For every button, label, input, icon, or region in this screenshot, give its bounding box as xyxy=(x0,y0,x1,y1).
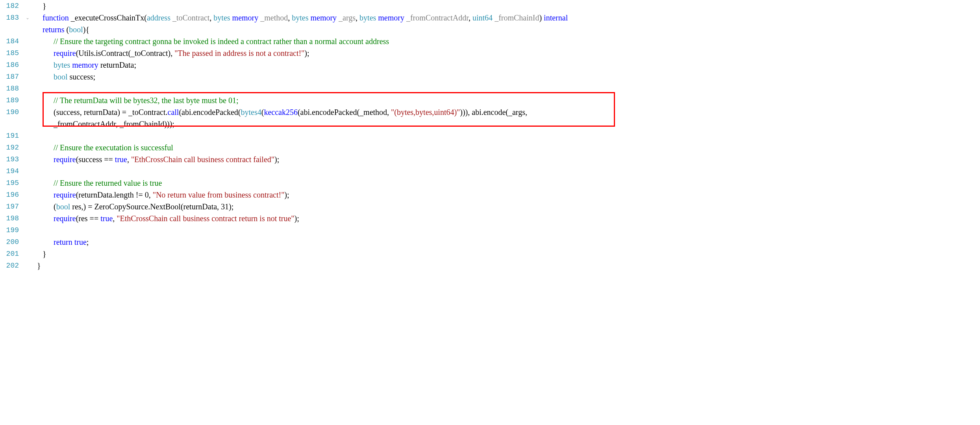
token-punc: , xyxy=(209,13,213,22)
code-line[interactable]: 196require(returnData.length != 0, "No r… xyxy=(0,189,980,201)
token-punc: , xyxy=(127,155,131,164)
code-line[interactable]: 192// Ensure the executation is successf… xyxy=(0,142,980,153)
code-content[interactable]: // Ensure the targeting contract gonna b… xyxy=(31,35,389,47)
code-content[interactable]: (bool res,) = ZeroCopySource.NextBool(re… xyxy=(31,201,233,213)
code-content[interactable]: require(success == true, "EthCrossChain … xyxy=(31,153,279,165)
code-line[interactable]: 189// The returnData will be bytes32, th… xyxy=(0,94,980,106)
code-line[interactable]: 190(success, returnData) = _toContract.c… xyxy=(0,106,980,118)
token-punc: ( xyxy=(54,202,56,211)
fold-icon[interactable]: ⌄ xyxy=(24,12,31,24)
token-kw: true xyxy=(115,155,127,164)
token-ident: returnData; xyxy=(98,61,136,69)
line-number: 195 xyxy=(0,177,24,189)
token-param: _method xyxy=(258,13,288,22)
code-line[interactable]: 193require(success == true, "EthCrossCha… xyxy=(0,153,980,165)
code-content[interactable]: } xyxy=(31,260,41,272)
code-line[interactable]: _fromContractAddr, _fromChainId))); xyxy=(0,118,980,130)
token-kw: memory xyxy=(232,13,259,22)
code-content[interactable]: function _executeCrossChainTx(address _t… xyxy=(31,12,568,24)
token-bl: call xyxy=(168,108,179,116)
token-punc: (abi.encodePacked(_method, xyxy=(298,108,391,116)
token-punc: ) xyxy=(539,13,544,22)
token-punc: , xyxy=(288,13,292,22)
token-str: "No return value from business contract!… xyxy=(153,190,285,199)
code-content[interactable]: (success, returnData) = _toContract.call… xyxy=(31,106,529,118)
code-line[interactable]: 188 xyxy=(0,83,980,94)
token-param: _args xyxy=(337,13,356,22)
code-line[interactable]: 197(bool res,) = ZeroCopySource.NextBool… xyxy=(0,201,980,213)
code-line[interactable]: 194 xyxy=(0,165,980,177)
code-content[interactable]: require(Utils.isContract(_toContract), "… xyxy=(31,47,309,59)
token-punc: (returnData.length != xyxy=(76,190,145,199)
token-str: "EthCrossChain call business contract fa… xyxy=(131,155,274,164)
token-type: bytes xyxy=(292,13,310,22)
line-number: 186 xyxy=(0,59,24,71)
token-kw: true xyxy=(74,238,87,246)
line-number: 200 xyxy=(0,236,24,248)
token-fn: _executeCrossChainTx( xyxy=(69,13,147,22)
token-punc: } xyxy=(33,261,41,270)
token-kw: memory xyxy=(378,13,404,22)
code-line[interactable]: 195// Ensure the returned value is true xyxy=(0,177,980,189)
token-ident: res, xyxy=(70,202,83,211)
token-bl: require xyxy=(54,214,76,223)
code-line[interactable]: 187bool success; xyxy=(0,71,980,83)
token-bl: keccak256 xyxy=(264,108,298,116)
token-param: _toContract xyxy=(170,13,209,22)
token-punc: ); xyxy=(295,214,299,223)
token-str: "EthCrossChain call business contract re… xyxy=(117,214,294,223)
token-num: 0 xyxy=(145,190,149,199)
code-line[interactable]: 198require(res == true, "EthCrossChain c… xyxy=(0,213,980,224)
code-content[interactable]: _fromContractAddr, _fromChainId))); xyxy=(31,118,174,130)
code-line[interactable]: 185require(Utils.isContract(_toContract)… xyxy=(0,47,980,59)
token-kw: internal xyxy=(544,13,568,22)
code-line[interactable]: 200return true; xyxy=(0,236,980,248)
token-bl: require xyxy=(54,155,76,164)
code-content[interactable]: return true; xyxy=(31,236,89,248)
line-number: 194 xyxy=(0,165,24,177)
line-number: 191 xyxy=(0,130,24,142)
code-content[interactable]: // Ensure the executation is successful xyxy=(31,142,173,153)
token-punc: ){ xyxy=(83,25,89,34)
token-type: bytes4 xyxy=(241,108,261,116)
code-content[interactable]: // Ensure the returned value is true xyxy=(31,177,162,189)
token-punc: _fromContractAddr, _fromChainId))); xyxy=(54,120,174,128)
token-ident: success; xyxy=(68,72,96,81)
code-line[interactable]: 202 } xyxy=(0,260,980,272)
code-content[interactable]: bool success; xyxy=(31,71,95,83)
token-kw: function xyxy=(43,13,69,22)
code-line[interactable]: 186bytes memory returnData; xyxy=(0,59,980,71)
code-line[interactable]: 184// Ensure the targeting contract gonn… xyxy=(0,35,980,47)
code-content[interactable]: returns (bool){ xyxy=(31,24,89,35)
line-number: 202 xyxy=(0,260,24,272)
token-str: "(bytes,bytes,uint64)" xyxy=(391,108,460,116)
token-punc: ); xyxy=(274,155,279,164)
line-number: 197 xyxy=(0,201,24,213)
code-content[interactable]: } xyxy=(31,248,46,260)
line-number: 183 xyxy=(0,12,24,24)
token-punc: ); xyxy=(284,190,289,199)
code-line[interactable]: 199 xyxy=(0,224,980,236)
code-content[interactable]: require(returnData.length != 0, "No retu… xyxy=(31,189,289,201)
code-line[interactable]: 191 xyxy=(0,130,980,142)
token-type: bool xyxy=(69,25,83,34)
token-bl: require xyxy=(54,49,76,57)
code-content[interactable]: } xyxy=(31,0,46,12)
token-punc: (res == xyxy=(76,214,101,223)
code-content[interactable]: bytes memory returnData; xyxy=(31,59,136,71)
code-line[interactable]: 182} xyxy=(0,0,980,12)
line-number: 189 xyxy=(0,94,24,106)
token-punc: , xyxy=(149,190,153,199)
token-bl: require xyxy=(54,190,76,199)
token-type: bytes xyxy=(213,13,232,22)
token-type: bytes xyxy=(359,13,378,22)
token-cmt: // The returnData will be bytes32, the l… xyxy=(54,96,239,105)
token-type: bool xyxy=(54,72,68,81)
code-line[interactable]: returns (bool){ xyxy=(0,24,980,35)
code-line[interactable]: 201} xyxy=(0,248,980,260)
line-number: 196 xyxy=(0,189,24,201)
code-content[interactable]: // The returnData will be bytes32, the l… xyxy=(31,94,239,106)
token-str: "The passed in address is not a contract… xyxy=(174,49,304,57)
code-line[interactable]: 183⌄function _executeCrossChainTx(addres… xyxy=(0,12,980,24)
code-content[interactable]: require(res == true, "EthCrossChain call… xyxy=(31,213,299,224)
